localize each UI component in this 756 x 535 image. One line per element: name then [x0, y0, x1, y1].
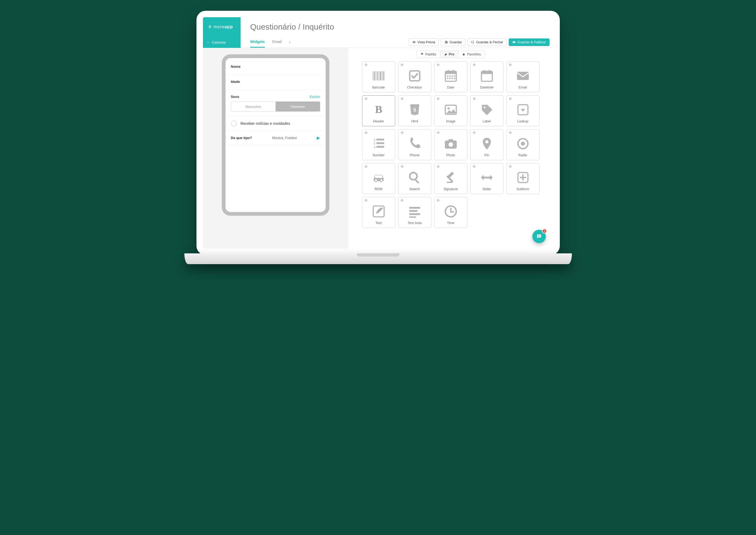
camera-icon [443, 136, 459, 151]
cancel-button[interactable]: ← Cancelar [203, 37, 241, 48]
save-button[interactable]: Guardar [441, 39, 465, 46]
palette-tab-favoritos[interactable]: Favoritos [458, 51, 484, 58]
info-icon[interactable]: i [437, 131, 440, 134]
tipo-value: Música, Futebol [272, 136, 297, 140]
segment-masculino[interactable]: Masculino [231, 102, 276, 111]
widget-signature[interactable]: i Signature [434, 163, 468, 194]
info-icon[interactable]: i [365, 165, 367, 168]
arrows-h-icon [479, 170, 495, 185]
widget-header[interactable]: i B Header [362, 95, 395, 127]
info-icon[interactable]: i [401, 131, 403, 134]
widget-slider[interactable]: i Slider [470, 163, 504, 194]
widget-barcode[interactable]: i Barcode [362, 61, 395, 93]
info-icon[interactable]: i [437, 165, 440, 168]
field-sexo[interactable]: Sexo Excluir Masculino Feminino [225, 90, 326, 116]
page-title: Questionário / Inquérito [250, 22, 334, 32]
widget-label[interactable]: i Label [470, 95, 504, 127]
widget-image[interactable]: i Image [434, 95, 468, 127]
svg-text:3: 3 [374, 145, 375, 149]
calendar-blank-icon [479, 68, 495, 83]
tab-email[interactable]: Email [272, 37, 282, 48]
info-icon[interactable]: i [365, 131, 367, 134]
info-icon[interactable]: i [401, 64, 403, 66]
widget-pin[interactable]: i Pin [470, 129, 504, 160]
widget-search[interactable]: i Search [398, 163, 431, 194]
widget-phone[interactable]: i Phone [398, 129, 431, 160]
laptop-frame: moreapp ← Cancelar Questionário / Inquér… [196, 11, 560, 255]
widget-checkbox[interactable]: i Checkbox [398, 61, 431, 93]
segment-feminino[interactable]: Feminino [276, 102, 320, 111]
info-icon[interactable]: i [473, 131, 476, 134]
info-icon[interactable]: i [509, 131, 511, 134]
chat-fab[interactable]: 3 [532, 230, 546, 243]
arrow-left-icon: ← [207, 40, 211, 44]
widget-textarea[interactable]: i Text Area [398, 197, 431, 228]
star-icon [462, 53, 465, 56]
delete-field-link[interactable]: Excluir [309, 95, 320, 99]
svg-point-45 [375, 180, 377, 181]
info-icon[interactable]: i [473, 165, 476, 168]
svg-point-46 [380, 180, 382, 181]
widget-number[interactable]: i 123 Number [362, 129, 395, 160]
info-icon[interactable]: i [509, 98, 511, 100]
radio-unchecked-icon[interactable] [231, 121, 237, 127]
widget-subform[interactable]: i Subform [506, 163, 539, 194]
svg-rect-14 [449, 75, 451, 77]
widget-email[interactable]: i Email [506, 61, 539, 93]
svg-point-43 [521, 141, 525, 146]
widget-datetime[interactable]: i Datetime [470, 61, 504, 93]
widget-html[interactable]: i 5 Html [398, 95, 431, 127]
widget-text[interactable]: i Text [362, 197, 395, 228]
widget-photo[interactable]: i Photo [434, 129, 468, 160]
svg-rect-6 [382, 71, 382, 80]
field-tipo[interactable]: De que tipo? Música, Futebol ▶ [225, 131, 326, 145]
svg-rect-25 [517, 72, 529, 80]
svg-text:1: 1 [374, 138, 375, 142]
toolbar: Widgets Email › Vista Prévia Guardar Gua… [241, 37, 553, 48]
svg-point-29 [447, 107, 450, 109]
widget-palette: Padrão Pro Favoritos i Barc [348, 48, 553, 248]
save-close-button[interactable]: Guardar & Fechar [468, 39, 507, 46]
info-icon[interactable]: i [473, 64, 476, 66]
palette-tab-pro[interactable]: Pro [440, 51, 459, 58]
widget-lookup[interactable]: i Lookup [506, 95, 539, 127]
chat-icon [536, 234, 542, 239]
widget-radio[interactable]: i Radio [506, 129, 539, 160]
info-icon[interactable]: i [365, 98, 367, 100]
svg-rect-7 [383, 71, 384, 80]
svg-rect-61 [538, 235, 540, 236]
dropdown-icon [515, 102, 531, 117]
html5-icon: 5 [407, 102, 423, 117]
info-icon[interactable]: i [401, 199, 403, 202]
sexo-segment: Masculino Feminino [231, 101, 320, 112]
app-screen: moreapp ← Cancelar Questionário / Inquér… [203, 17, 553, 248]
info-icon[interactable]: i [473, 98, 476, 100]
info-icon[interactable]: i [365, 199, 367, 202]
svg-rect-1 [374, 71, 375, 80]
save-publish-button[interactable]: Guardar & Publicar [509, 39, 549, 46]
info-icon[interactable]: i [401, 98, 403, 100]
chevron-right-icon[interactable]: › [289, 40, 291, 44]
map-pin-icon [479, 136, 495, 151]
info-icon[interactable]: i [437, 64, 440, 66]
svg-rect-35 [376, 138, 384, 140]
tag-icon [479, 102, 495, 117]
info-icon[interactable]: i [509, 64, 511, 66]
tab-widgets[interactable]: Widgets [250, 37, 265, 48]
info-icon[interactable]: i [401, 165, 403, 168]
palette-tab-padrao[interactable]: Padrão [417, 51, 440, 58]
field-idade[interactable]: Idade [225, 75, 326, 90]
preview-button[interactable]: Vista Prévia [409, 39, 439, 46]
widget-date[interactable]: i Date [434, 61, 468, 93]
info-icon[interactable]: i [437, 98, 440, 100]
info-icon[interactable]: i [437, 199, 440, 202]
widget-time[interactable]: i Time [434, 197, 468, 228]
info-icon[interactable]: i [365, 64, 367, 66]
field-nome[interactable]: Nome [225, 59, 326, 75]
barcode-icon [371, 68, 387, 83]
field-newsletter[interactable]: Receber notícias e novidades [225, 116, 326, 131]
svg-rect-17 [447, 78, 448, 79]
widget-rdw[interactable]: i RDW [362, 163, 395, 194]
svg-rect-24 [488, 70, 490, 72]
info-icon[interactable]: i [509, 165, 511, 168]
